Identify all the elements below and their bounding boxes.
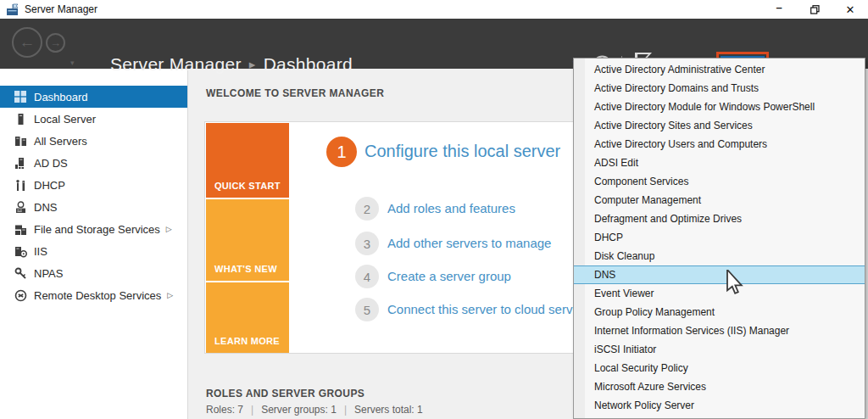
stats-divider: | [251,404,253,416]
dhcp-icon [14,178,27,192]
step-1-badge: 1 [326,137,357,167]
roles-count-link[interactable]: Roles: 7 [206,404,243,416]
local-server-icon [14,112,27,126]
breadcrumb-current: Dashboard [264,54,353,74]
welcome-heading: WELCOME TO SERVER MANAGER [206,87,384,99]
sidebar-item-label: DNS [34,201,57,214]
tools-menu-item-adsi-edit[interactable]: ADSI Edit [574,154,865,172]
mouse-cursor [726,270,744,295]
sidebar-item-dns[interactable]: DNS [0,196,187,218]
tools-menu-item-ad-users-computers[interactable]: Active Directory Users and Computers [574,135,865,154]
tools-menu-item-iscsi-initiator[interactable]: iSCSI Initiator [574,340,865,359]
tools-menu-item-disk-cleanup[interactable]: Disk Cleanup [574,247,865,265]
step-4-badge: 4 [355,265,379,288]
title-bar: Server Manager – ✕ [0,0,868,19]
tools-menu-item-component-services[interactable]: Component Services [574,172,865,191]
tools-menu-item-computer-management[interactable]: Computer Management [574,191,865,210]
tools-menu-item-network-policy-server[interactable]: Network Policy Server [574,396,865,415]
file-storage-icon [14,222,27,236]
step-2-badge: 2 [355,197,379,221]
forward-button[interactable]: → [46,33,65,53]
sidebar-item-label: All Servers [34,135,87,148]
history-caret-icon[interactable]: ▾ [70,59,75,67]
sidebar-item-label: Remote Desktop Services [34,289,161,302]
sidebar-item-remote-desktop-services[interactable]: Remote Desktop Services ▷ [0,284,187,306]
dns-icon [14,200,27,214]
window-title: Server Manager [25,3,97,15]
restore-icon [810,5,820,14]
expand-arrow-icon[interactable]: ▷ [167,291,173,299]
dashboard-icon [14,90,27,103]
sidebar-item-label: Local Server [34,113,96,126]
step-5-badge: 5 [355,298,379,321]
sidebar-item-all-servers[interactable]: All Servers [0,130,187,152]
sidebar-item-iis[interactable]: IIS [0,240,187,262]
tools-menu-item-ad-module-powershell[interactable]: Active Directory Module for Windows Powe… [574,98,865,116]
step-5-link[interactable]: Connect this server to cloud services [387,302,595,316]
breadcrumb-root[interactable]: Server Manager [110,54,242,74]
sidebar-item-label: Dashboard [34,91,88,103]
tools-menu-item-microsoft-azure-services[interactable]: Microsoft Azure Services [574,377,865,396]
breadcrumb-separator-icon: ▸ [249,57,256,71]
sidebar-item-file-storage-services[interactable]: File and Storage Services ▷ [0,218,187,240]
back-arrow-icon: ← [19,33,36,52]
sidebar-item-ad-ds[interactable]: AD DS [0,152,187,174]
roles-stats: Roles: 7|Server groups: 1|Servers total:… [206,404,423,416]
tools-menu-item-iis-manager[interactable]: Internet Information Services (IIS) Mana… [574,321,865,340]
breadcrumb: Server Manager▸Dashboard [110,54,353,75]
step-3-link[interactable]: Add other servers to manage [387,236,551,250]
tools-menu-item-group-policy[interactable]: Group Policy Management [574,303,865,321]
tools-menu-item-local-security-policy[interactable]: Local Security Policy [574,359,865,377]
servers-total-count-link[interactable]: Servers total: 1 [354,404,423,416]
rds-icon [14,288,27,302]
tab-quick-start[interactable]: QUICK START [206,123,289,198]
sidebar-item-label: DHCP [34,179,65,192]
sidebar-item-local-server[interactable]: Local Server [0,108,187,130]
tools-menu-item-event-viewer[interactable]: Event Viewer [574,284,865,303]
sidebar-item-label: AD DS [34,157,68,170]
tools-menu-item-ad-sites-services[interactable]: Active Directory Sites and Services [574,116,865,135]
close-button[interactable]: ✕ [832,0,868,19]
iis-icon [14,244,27,258]
tools-dropdown-menu: Active Directory Administrative Center A… [573,58,865,419]
server-manager-app-icon [6,3,19,16]
server-groups-count-link[interactable]: Server groups: 1 [261,404,337,416]
forward-arrow-icon: → [50,36,61,49]
tools-menu-item-ad-administrative-center[interactable]: Active Directory Administrative Center [574,60,865,79]
step-1-link[interactable]: Configure this local server [364,142,560,161]
sidebar-item-dhcp[interactable]: DHCP [0,174,187,196]
back-button[interactable]: ← [12,27,42,58]
minimize-button[interactable]: – [761,0,797,19]
sidebar-item-label: IIS [34,245,47,258]
step-4-link[interactable]: Create a server group [387,269,511,283]
tools-menu-item-dns[interactable]: DNS [574,265,865,284]
ad-ds-icon [14,156,27,170]
step-3-badge: 3 [355,232,379,255]
tab-learn-more[interactable]: LEARN MORE [206,282,289,353]
tab-whats-new[interactable]: WHAT'S NEW [206,199,289,281]
sidebar-item-dashboard[interactable]: Dashboard [0,86,187,108]
tools-menu-item-dhcp[interactable]: DHCP [574,228,865,247]
sidebar-item-label: NPAS [34,267,63,280]
step-2-link[interactable]: Add roles and features [387,201,515,215]
tools-menu-item-ad-domains-trusts[interactable]: Active Directory Domains and Trusts [574,79,865,98]
roles-heading: ROLES AND SERVER GROUPS [206,388,364,399]
stats-divider: | [344,404,347,416]
npas-icon [14,266,27,280]
sidebar: Dashboard Local Server All Servers AD DS… [0,69,188,419]
sidebar-item-label: File and Storage Services [34,223,160,236]
expand-arrow-icon[interactable]: ▷ [166,225,172,233]
all-servers-icon [14,134,27,148]
restore-button[interactable] [797,0,832,19]
tools-menu-item-defragment-optimize[interactable]: Defragment and Optimize Drives [574,210,865,228]
sidebar-item-npas[interactable]: NPAS [0,262,187,284]
